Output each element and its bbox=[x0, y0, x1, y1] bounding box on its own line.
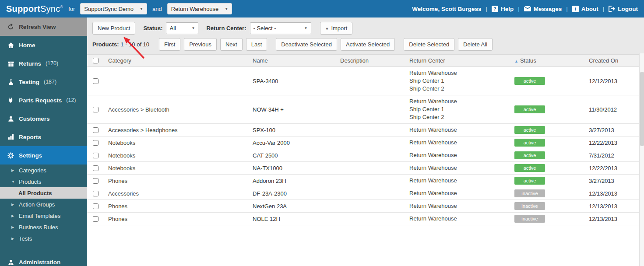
row-checkbox[interactable] bbox=[93, 178, 99, 184]
previous-page-button[interactable]: Previous bbox=[184, 38, 217, 51]
return-center-select[interactable]: - Select - ▼ bbox=[250, 22, 311, 34]
sidebar-subitem-tests[interactable]: ▶ Tests bbox=[0, 233, 87, 244]
select-all-checkbox[interactable] bbox=[93, 58, 99, 63]
logo-bold: Support bbox=[6, 4, 40, 14]
toolbar-row-1: New Product Status: All ▼ Return Center:… bbox=[92, 22, 639, 35]
row-checkbox[interactable] bbox=[93, 140, 99, 146]
about-link[interactable]: i About bbox=[572, 6, 598, 12]
row-checkbox[interactable] bbox=[93, 203, 99, 209]
table-row: Phones Addoron 23H Return Warehouse acti… bbox=[87, 175, 639, 187]
table-row: Accessories DF-23A-2300 Return Warehouse… bbox=[87, 187, 639, 200]
activate-selected-button[interactable]: Activate Selected bbox=[341, 38, 395, 51]
next-page-button[interactable]: Next bbox=[220, 38, 243, 51]
column-header-return-center[interactable]: Return Center bbox=[405, 57, 510, 64]
row-category: Phones bbox=[104, 203, 248, 210]
separator: | bbox=[486, 6, 487, 12]
last-page-button[interactable]: Last bbox=[246, 38, 267, 51]
sidebar-item-label: Administration bbox=[19, 259, 60, 266]
vertical-scrollbar[interactable] bbox=[639, 53, 644, 266]
separator: | bbox=[518, 6, 520, 12]
row-name: NOLE 12H bbox=[248, 216, 336, 222]
sidebar-item-reports[interactable]: Reports bbox=[0, 128, 87, 146]
topbar-right: Welcome, Scott Burgess | ? Help | Messag… bbox=[412, 6, 638, 12]
company-select[interactable]: SupportSync Demo ▼ bbox=[80, 3, 147, 14]
column-header-created-on[interactable]: Created On bbox=[584, 57, 639, 64]
sidebar-item-testing[interactable]: Testing (187) bbox=[0, 73, 87, 91]
row-created-on: 12/13/2013 bbox=[584, 190, 639, 197]
flask-icon bbox=[7, 79, 14, 85]
separator: | bbox=[566, 6, 568, 12]
row-checkbox[interactable] bbox=[93, 191, 99, 196]
warehouse-select-value: Return Warehouse bbox=[171, 6, 219, 12]
row-category: Accessories bbox=[104, 190, 248, 197]
warehouse-select[interactable]: Return Warehouse ▼ bbox=[167, 3, 232, 14]
row-checkbox[interactable] bbox=[93, 78, 99, 84]
help-link[interactable]: ? Help bbox=[492, 6, 514, 12]
sidebar-subitem-action-groups[interactable]: ▶ Action Groups bbox=[0, 199, 87, 210]
sidebar-subitem-all-products[interactable]: All Products bbox=[0, 187, 87, 199]
subitem-label: Email Templates bbox=[19, 213, 60, 219]
gear-icon bbox=[7, 152, 14, 159]
column-header-name[interactable]: Name bbox=[248, 57, 336, 64]
logout-label: Logout bbox=[618, 6, 638, 12]
chevron-down-icon: ▼ bbox=[192, 26, 195, 30]
row-return-center: Return Warehouse bbox=[405, 126, 510, 134]
column-header-status[interactable]: ▲Status bbox=[510, 57, 584, 64]
import-button[interactable]: ▼Import bbox=[320, 22, 353, 35]
table-row: SPA-3400 Return Warehouse Ship Center 1 … bbox=[87, 67, 639, 95]
separator: | bbox=[603, 6, 605, 12]
sidebar-item-returns[interactable]: Returns (170) bbox=[0, 54, 87, 73]
messages-link[interactable]: Messages bbox=[524, 6, 562, 12]
first-page-button[interactable]: First bbox=[159, 38, 180, 51]
scrollbar-thumb[interactable] bbox=[640, 72, 644, 146]
subitem-label: Categories bbox=[19, 167, 46, 174]
for-label: for bbox=[68, 6, 75, 12]
sidebar-item-administration[interactable]: Administration bbox=[0, 253, 87, 266]
deactivate-selected-button[interactable]: Deactivate Selected bbox=[276, 38, 337, 51]
row-name: Addoron 23H bbox=[248, 178, 336, 184]
sidebar-subitem-categories[interactable]: ▶ Categories bbox=[0, 164, 87, 176]
sidebar-item-settings[interactable]: Settings bbox=[0, 146, 87, 164]
sidebar-item-home[interactable]: Home bbox=[0, 36, 87, 54]
row-category: Accessories > Headphones bbox=[104, 127, 248, 133]
delete-selected-button[interactable]: Delete Selected bbox=[404, 38, 454, 51]
refresh-view-button[interactable]: Refresh View bbox=[0, 18, 87, 36]
column-header-description[interactable]: Description bbox=[336, 57, 405, 64]
status-badge: active bbox=[514, 77, 545, 85]
status-badge: active bbox=[514, 177, 545, 185]
sidebar-item-count: (12) bbox=[66, 97, 76, 103]
logout-link[interactable]: Logout bbox=[609, 6, 638, 12]
return-center-label: Return Center: bbox=[206, 25, 246, 32]
column-header-category[interactable]: Category bbox=[104, 57, 248, 64]
sidebar-item-customers[interactable]: Customers bbox=[0, 109, 87, 128]
person-icon bbox=[7, 116, 14, 122]
company-select-value: SupportSync Demo bbox=[84, 6, 134, 12]
table-header: Category Name Description Return Center … bbox=[87, 54, 639, 67]
row-checkbox[interactable] bbox=[93, 107, 99, 112]
subitem-label: Tests bbox=[19, 235, 32, 242]
chevron-right-icon: ▶ bbox=[11, 237, 15, 241]
sidebar-subitem-products[interactable]: ▼ Products bbox=[0, 176, 87, 187]
row-checkbox[interactable] bbox=[93, 165, 99, 171]
subitem-label: Action Groups bbox=[19, 201, 55, 208]
logout-icon bbox=[609, 6, 615, 12]
subitem-label: All Products bbox=[18, 190, 52, 196]
chevron-right-icon: ▶ bbox=[11, 168, 15, 172]
delete-all-button[interactable]: Delete All bbox=[458, 38, 493, 51]
row-checkbox[interactable] bbox=[93, 216, 99, 222]
bar-chart-icon bbox=[7, 134, 14, 140]
row-name: NextGen 23A bbox=[248, 203, 336, 210]
row-checkbox[interactable] bbox=[93, 153, 99, 158]
status-badge: inactive bbox=[514, 189, 545, 197]
refresh-icon bbox=[7, 24, 14, 30]
sidebar-subitem-email-templates[interactable]: ▶ Email Templates bbox=[0, 210, 87, 221]
status-select[interactable]: All ▼ bbox=[166, 22, 198, 34]
app-logo[interactable]: SupportSync® bbox=[6, 4, 63, 14]
sidebar: Refresh View Home Returns (170) Testing … bbox=[0, 18, 87, 266]
new-product-button[interactable]: New Product bbox=[92, 22, 135, 35]
subitem-label: Business Rules bbox=[19, 224, 58, 231]
sidebar-item-parts-requests[interactable]: Parts Requests (12) bbox=[0, 91, 87, 109]
table-row: Notebooks CAT-2500 Return Warehouse acti… bbox=[87, 149, 639, 162]
sidebar-subitem-business-rules[interactable]: ▶ Business Rules bbox=[0, 221, 87, 233]
row-checkbox[interactable] bbox=[93, 127, 99, 133]
